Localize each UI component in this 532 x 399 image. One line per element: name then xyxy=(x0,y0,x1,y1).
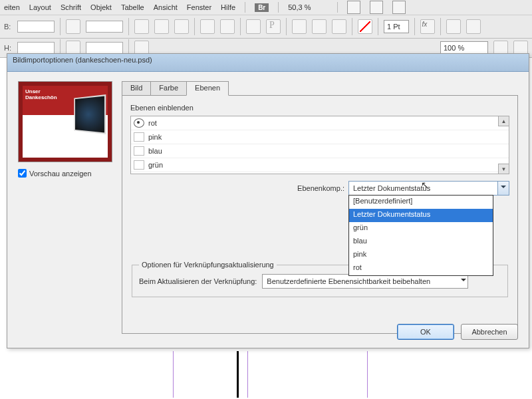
flip-h-icon[interactable] xyxy=(154,19,169,34)
image-import-options-dialog: Bildimportoptionen (dankeschoen-neu.psd)… xyxy=(7,53,529,348)
effects-fx-icon[interactable]: fx xyxy=(420,19,435,34)
scroll-up-button[interactable]: ▲ xyxy=(498,116,509,126)
chevron-down-icon xyxy=(461,279,466,284)
layer-row[interactable]: pink xyxy=(131,130,509,144)
stroke-weight-select[interactable]: 1 Pt xyxy=(384,20,409,33)
preview-thumbnail: UnserDankeschön xyxy=(18,81,112,162)
separator xyxy=(414,18,415,35)
select-content-icon[interactable] xyxy=(220,19,235,34)
select-container-icon[interactable] xyxy=(200,19,215,34)
arrange-icon[interactable] xyxy=(392,1,406,14)
width-label: B: xyxy=(4,23,12,31)
menu-item[interactable]: Ansicht xyxy=(154,3,178,11)
opacity-select[interactable]: 100 % xyxy=(440,41,488,55)
link-update-label: Beim Aktualisieren der Verknüpfung: xyxy=(139,277,257,285)
separator xyxy=(378,18,378,35)
center-icon[interactable] xyxy=(332,19,346,34)
layers-group-title: Ebenen einblenden xyxy=(130,104,509,112)
dialog-titlebar: Bildimportoptionen (dankeschoen-neu.psd) xyxy=(7,54,529,72)
layer-comp-label: Ebenenkomp.: xyxy=(297,184,344,192)
visibility-eye-icon[interactable] xyxy=(134,118,144,128)
separator xyxy=(60,18,61,35)
visibility-empty-icon[interactable] xyxy=(134,160,144,170)
separator xyxy=(194,18,195,35)
link-update-legend: Optionen für Verknüpfungsaktualisierung xyxy=(139,261,277,269)
bridge-icon[interactable]: Br xyxy=(255,3,269,12)
view-mode-icon[interactable] xyxy=(347,1,360,14)
link-update-value: Benutzerdefinierte Ebenensichtbarkeit be… xyxy=(267,277,430,285)
dropdown-option[interactable]: [Benutzerdefiniert] xyxy=(349,196,493,209)
separator xyxy=(278,2,279,13)
separator xyxy=(286,18,287,35)
text-wrap-icon[interactable] xyxy=(446,19,461,34)
rotate-icon[interactable] xyxy=(134,19,149,34)
ok-button[interactable]: OK xyxy=(397,324,454,340)
link-update-select[interactable]: Benutzerdefinierte Ebenensichtbarkeit be… xyxy=(262,274,468,289)
tab-farbe[interactable]: Farbe xyxy=(150,81,187,96)
layer-row[interactable]: rot xyxy=(131,116,509,130)
layer-name: rot xyxy=(148,119,157,127)
menu-item[interactable]: Schrift xyxy=(61,3,81,11)
control-toolbar: B: P 1 Pt fx xyxy=(0,15,532,39)
scale-x-icon[interactable] xyxy=(66,19,80,34)
menu-item[interactable]: Layout xyxy=(29,3,51,11)
menubar: eiten Layout Schrift Objekt Tabelle Ansi… xyxy=(0,0,532,15)
scroll-down-button[interactable]: ▼ xyxy=(498,164,509,174)
tab-ebenen[interactable]: Ebenen xyxy=(186,81,229,96)
separator xyxy=(128,18,129,35)
separator xyxy=(240,18,241,35)
show-preview-label: Vorschau anzeigen xyxy=(29,170,92,178)
menu-item[interactable]: Objekt xyxy=(90,3,112,11)
screen-mode-icon[interactable] xyxy=(370,1,383,14)
text-wrap-bound-icon[interactable] xyxy=(466,19,481,34)
scale-x-field[interactable] xyxy=(86,21,123,33)
tab-panel-ebenen: Ebenen einblenden rot pink blau xyxy=(122,95,518,334)
menu-item[interactable]: Tabelle xyxy=(121,3,144,11)
separator xyxy=(245,2,245,13)
height-field[interactable] xyxy=(17,42,55,54)
separator xyxy=(352,18,352,35)
layer-comp-combobox[interactable]: Letzter Dokumentstatus ↖ [Benutzerdefini… xyxy=(348,181,509,196)
layer-name: pink xyxy=(148,133,162,141)
chevron-down-icon[interactable] xyxy=(497,182,509,195)
fit-frame-icon[interactable] xyxy=(312,19,327,34)
visibility-empty-icon[interactable] xyxy=(134,132,144,142)
flip-v-icon[interactable] xyxy=(174,19,189,34)
document-canvas xyxy=(0,348,532,399)
paragraph-icon[interactable]: P xyxy=(266,19,281,34)
dropdown-option[interactable]: pink xyxy=(349,249,493,262)
visibility-empty-icon[interactable] xyxy=(134,146,144,156)
dotted-circle-icon[interactable] xyxy=(246,19,261,34)
show-preview-checkbox[interactable]: Vorschau anzeigen xyxy=(18,169,111,178)
dropdown-option[interactable]: grün xyxy=(349,222,493,235)
zoom-field[interactable]: 50,3 % xyxy=(288,3,328,11)
dropdown-option[interactable]: rot xyxy=(349,262,493,275)
scale-y-field[interactable] xyxy=(86,42,123,54)
width-field[interactable] xyxy=(17,21,55,33)
dropdown-option[interactable]: blau xyxy=(349,235,493,249)
tab-bild[interactable]: Bild xyxy=(122,81,151,96)
menu-item[interactable]: eiten xyxy=(4,3,20,11)
menu-item[interactable]: Hilfe xyxy=(221,3,235,11)
layer-name: blau xyxy=(148,147,162,155)
layer-row[interactable]: grün xyxy=(131,158,509,172)
layer-name: grün xyxy=(148,161,163,169)
layer-list[interactable]: rot pink blau grün ▲ ▼ xyxy=(130,116,509,174)
stroke-none-icon[interactable] xyxy=(358,19,372,34)
tabs: Bild Farbe Ebenen xyxy=(122,81,518,96)
separator xyxy=(440,18,441,35)
fit-content-icon[interactable] xyxy=(292,19,307,34)
layer-row[interactable]: blau xyxy=(131,144,509,158)
layer-comp-value: Letzter Dokumentstatus xyxy=(353,184,430,192)
height-label: H: xyxy=(4,44,12,52)
cancel-button[interactable]: Abbrechen xyxy=(461,324,518,340)
dropdown-option-selected[interactable]: Letzter Dokumentstatus xyxy=(349,209,493,222)
show-preview-input[interactable] xyxy=(18,169,27,178)
layer-comp-dropdown[interactable]: [Benutzerdefiniert] Letzter Dokumentstat… xyxy=(348,195,493,276)
menu-item[interactable]: Fenster xyxy=(187,3,211,11)
separator xyxy=(337,2,338,13)
